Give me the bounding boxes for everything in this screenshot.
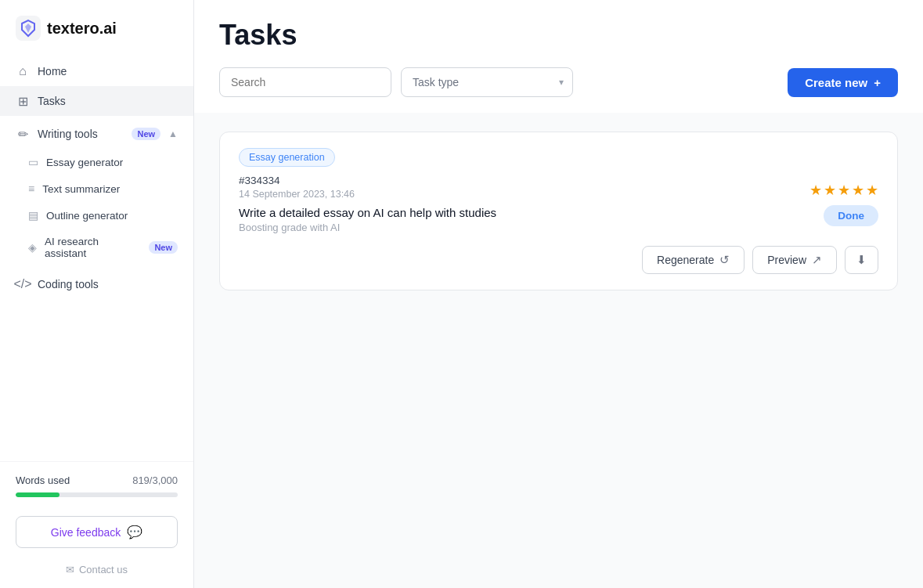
task-card: Essay generation #334334 14 September 20… xyxy=(219,132,898,290)
regenerate-button[interactable]: Regenerate ↺ xyxy=(642,246,745,274)
home-icon: ⌂ xyxy=(16,64,30,78)
tasks-icon: ⊞ xyxy=(16,94,30,108)
preview-label: Preview xyxy=(767,254,806,266)
download-icon: ⬇ xyxy=(856,253,867,267)
regenerate-icon: ↺ xyxy=(719,253,730,267)
sidebar-item-outline-generator[interactable]: ▤ Outline generator xyxy=(0,202,193,229)
writing-sub-items: ▭ Essay generator ≡ Text summarizer ▤ Ou… xyxy=(0,149,193,266)
text-summarizer-label: Text summarizer xyxy=(42,183,178,195)
download-button[interactable]: ⬇ xyxy=(845,246,878,274)
essay-generator-icon: ▭ xyxy=(28,156,38,168)
contact-us-label: Contact us xyxy=(79,564,128,575)
outline-generator-icon: ▤ xyxy=(28,209,38,222)
create-new-button[interactable]: Create new + xyxy=(788,68,898,97)
ai-research-icon: ◈ xyxy=(28,241,37,254)
sidebar-item-writing-tools[interactable]: ✏ Writing tools New ▲ xyxy=(0,119,193,149)
task-type-select[interactable]: Task type Essay generation Text summariz… xyxy=(401,67,573,97)
sidebar-item-home[interactable]: ⌂ Home xyxy=(0,56,193,86)
task-info: #334334 14 September 2023, 13:46 Write a… xyxy=(239,175,496,233)
sidebar: textero.ai ⌂ Home ⊞ Tasks ✏ Writing tool… xyxy=(0,0,194,588)
task-title: Write a detailed essay on AI can help wi… xyxy=(239,206,496,219)
create-new-label: Create new xyxy=(805,76,867,89)
ai-research-badge: New xyxy=(149,241,178,254)
text-summarizer-icon: ≡ xyxy=(28,182,34,195)
page-title: Tasks xyxy=(219,19,898,52)
preview-icon: ↗ xyxy=(812,253,822,267)
task-date: 14 September 2023, 13:46 xyxy=(239,189,496,200)
words-used-count: 819/3,000 xyxy=(132,474,178,486)
contact-envelope-icon: ✉ xyxy=(66,564,74,575)
coding-tools-icon: </> xyxy=(16,277,30,291)
logo-icon xyxy=(16,16,41,41)
sidebar-item-tasks-label: Tasks xyxy=(38,95,178,107)
progress-bar-bg xyxy=(16,492,178,497)
sidebar-item-tasks[interactable]: ⊞ Tasks xyxy=(0,86,193,116)
task-actions: Regenerate ↺ Preview ↗ ⬇ xyxy=(239,246,878,274)
star-1: ★ xyxy=(809,182,822,199)
sidebar-item-ai-research[interactable]: ◈ AI research assistant New xyxy=(0,229,193,266)
writing-tools-badge: New xyxy=(132,128,160,140)
logo: textero.ai xyxy=(0,0,193,53)
task-type-select-wrapper: Task type Essay generation Text summariz… xyxy=(401,67,573,97)
main-body: Essay generation #334334 14 September 20… xyxy=(194,113,923,588)
task-tag: Essay generation xyxy=(239,148,335,167)
task-meta: #334334 14 September 2023, 13:46 Write a… xyxy=(239,175,878,233)
sidebar-item-home-label: Home xyxy=(38,65,178,78)
star-3: ★ xyxy=(838,182,850,199)
task-id: #334334 xyxy=(239,175,496,186)
words-used-label: Words used xyxy=(16,474,70,486)
create-new-plus-icon: + xyxy=(874,76,881,89)
writing-tools-icon: ✏ xyxy=(16,127,30,141)
star-4: ★ xyxy=(852,182,864,199)
toolbar: Task type Essay generation Text summariz… xyxy=(219,67,898,113)
writing-tools-label: Writing tools xyxy=(38,128,124,140)
sidebar-item-text-summarizer[interactable]: ≡ Text summarizer xyxy=(0,175,193,202)
ai-research-label: AI research assistant xyxy=(45,236,141,259)
main-content: Tasks Task type Essay generation Text su… xyxy=(194,0,923,588)
regenerate-label: Regenerate xyxy=(657,254,714,266)
search-input-wrap xyxy=(219,67,391,97)
task-subtitle: Boosting grade with AI xyxy=(239,222,496,233)
preview-button[interactable]: Preview ↗ xyxy=(752,246,837,274)
task-right: ★ ★ ★ ★ ★ Done xyxy=(809,182,878,226)
words-used-section: Words used 819/3,000 xyxy=(0,461,193,507)
feedback-label: Give feedback xyxy=(51,526,121,539)
essay-generator-label: Essay generator xyxy=(46,157,178,168)
writing-tools-chevron: ▲ xyxy=(168,128,178,139)
main-header: Tasks Task type Essay generation Text su… xyxy=(194,0,923,113)
progress-bar-fill xyxy=(16,492,59,497)
sidebar-item-coding-tools[interactable]: </> Coding tools xyxy=(0,269,193,299)
star-2: ★ xyxy=(824,182,836,199)
sidebar-item-essay-generator[interactable]: ▭ Essay generator xyxy=(0,149,193,175)
task-stars: ★ ★ ★ ★ ★ xyxy=(809,182,878,199)
logo-text: textero.ai xyxy=(47,20,117,38)
feedback-button[interactable]: Give feedback 💬 xyxy=(16,516,178,548)
task-status-badge: Done xyxy=(824,205,878,226)
feedback-emoji-icon: 💬 xyxy=(127,525,142,539)
nav-items: ⌂ Home ⊞ Tasks ✏ Writing tools New ▲ ▭ E… xyxy=(0,53,193,461)
coding-tools-label: Coding tools xyxy=(38,278,178,290)
search-input[interactable] xyxy=(219,67,391,97)
outline-generator-label: Outline generator xyxy=(46,210,178,222)
star-5: ★ xyxy=(866,182,878,199)
contact-us[interactable]: ✉ Contact us xyxy=(0,557,193,588)
